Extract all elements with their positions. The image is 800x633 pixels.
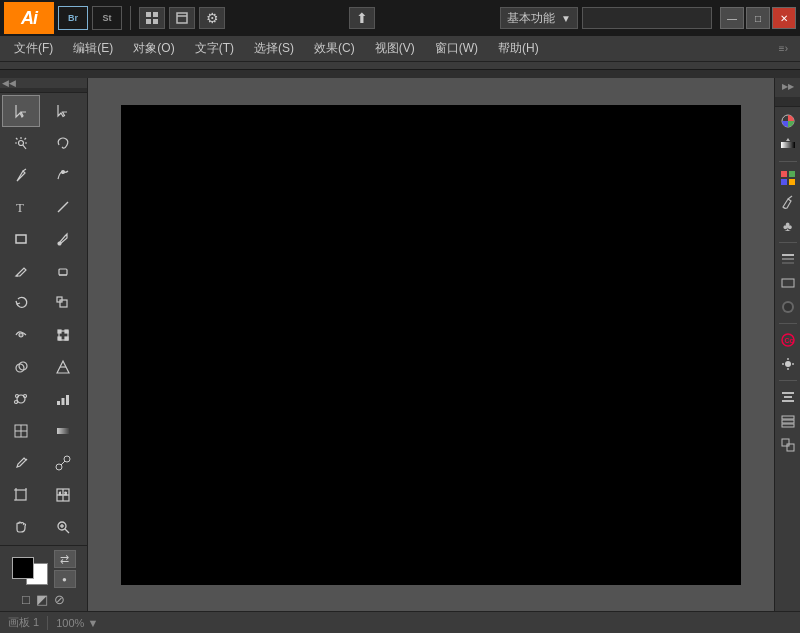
svg-point-36 <box>24 395 27 398</box>
symbols-panel-btn[interactable]: ♣ <box>778 216 798 236</box>
default-colors-btn[interactable]: ● <box>54 570 76 588</box>
menu-file[interactable]: 文件(F) <box>4 36 63 62</box>
eyedropper-tool-btn[interactable] <box>2 447 40 479</box>
gradient-tool-btn[interactable] <box>44 415 82 447</box>
menu-type[interactable]: 文字(T) <box>185 36 244 62</box>
right-divider-1 <box>779 161 797 162</box>
search-input[interactable] <box>582 7 712 29</box>
rotate-tool-btn[interactable] <box>2 287 40 319</box>
foreground-color-box[interactable] <box>12 557 34 579</box>
align-panel-btn[interactable] <box>778 387 798 407</box>
status-sep <box>47 616 48 630</box>
warp-tool-btn[interactable] <box>2 319 40 351</box>
menu-effect[interactable]: 效果(C) <box>304 36 365 62</box>
scale-tool-btn[interactable] <box>44 287 82 319</box>
minimize-button[interactable]: — <box>720 7 744 29</box>
maximize-button[interactable]: □ <box>746 7 770 29</box>
lasso-tool-btn[interactable] <box>44 127 82 159</box>
paintbrush-tool-btn[interactable] <box>44 223 82 255</box>
hand-tool-btn[interactable] <box>2 511 40 543</box>
close-button[interactable]: ✕ <box>772 7 796 29</box>
swap-colors-btn[interactable]: ⇄ <box>54 550 76 568</box>
bridge-icon[interactable]: Br <box>58 6 88 30</box>
perspective-tool-btn[interactable] <box>44 351 82 383</box>
application-frame-btn[interactable] <box>169 7 195 29</box>
svg-rect-85 <box>784 396 792 398</box>
artboards-panel-btn[interactable] <box>778 435 798 455</box>
menu-window[interactable]: 窗口(W) <box>425 36 488 62</box>
artboard-tool-btn[interactable] <box>2 479 40 511</box>
svg-rect-26 <box>58 330 61 333</box>
panel-options-icon[interactable]: ≡› <box>779 43 796 54</box>
pencil-tool-btn[interactable] <box>2 255 40 287</box>
svg-rect-91 <box>787 444 794 451</box>
color-boxes[interactable] <box>12 557 48 585</box>
svg-rect-88 <box>782 420 794 423</box>
blend-tool-btn[interactable] <box>44 447 82 479</box>
status-zoom[interactable]: 100% ▼ <box>56 617 98 629</box>
layers-panel-btn[interactable] <box>778 411 798 431</box>
menu-help[interactable]: 帮助(H) <box>488 36 549 62</box>
svg-point-18 <box>58 242 61 245</box>
separator <box>130 6 131 30</box>
svg-rect-49 <box>16 490 26 500</box>
menu-edit[interactable]: 编辑(E) <box>63 36 123 62</box>
transparency-panel-btn[interactable] <box>778 297 798 317</box>
none-fill-icon[interactable]: ⊘ <box>54 592 65 607</box>
mesh-tool-btn[interactable] <box>2 415 40 447</box>
arrange-windows-btn[interactable] <box>139 7 165 29</box>
symbol-tool-btn[interactable] <box>2 383 40 415</box>
brushes-panel-btn[interactable] <box>778 192 798 212</box>
workspace-arrow: ▼ <box>561 13 571 24</box>
right-divider-2 <box>779 242 797 243</box>
svg-rect-68 <box>781 179 787 185</box>
puppet-warp-btn[interactable]: ⚙ <box>199 7 225 29</box>
svg-line-9 <box>16 138 18 140</box>
gradient-panel-btn[interactable] <box>778 135 798 155</box>
curvature-tool-btn[interactable] <box>44 159 82 191</box>
color-panel-btn[interactable] <box>778 111 798 131</box>
right-divider-4 <box>779 380 797 381</box>
canvas-area[interactable] <box>88 78 774 611</box>
menu-select[interactable]: 选择(S) <box>244 36 304 62</box>
pen-tool-btn[interactable] <box>2 159 40 191</box>
menu-object[interactable]: 对象(O) <box>123 36 184 62</box>
rectangle-tool-btn[interactable] <box>2 223 40 255</box>
appearance-panel-btn[interactable] <box>778 273 798 293</box>
menu-bar: 文件(F) 编辑(E) 对象(O) 文字(T) 选择(S) 效果(C) 视图(V… <box>0 36 800 62</box>
right-panel-collapse[interactable]: ▶▶ <box>782 82 794 91</box>
select-tool-btn[interactable] <box>2 95 40 127</box>
svg-line-12 <box>23 145 26 149</box>
svg-rect-1 <box>153 12 158 17</box>
svg-rect-40 <box>66 395 69 405</box>
swatches-panel-btn[interactable] <box>778 168 798 188</box>
svg-rect-20 <box>59 269 67 275</box>
stock-icon[interactable]: St <box>92 6 122 30</box>
panel-collapse-btn[interactable]: ◀◀ <box>0 78 87 88</box>
canvas-document <box>121 105 741 585</box>
eraser-tool-btn[interactable] <box>44 255 82 287</box>
stroke-panel-btn[interactable] <box>778 249 798 269</box>
type-tool-btn[interactable]: T <box>2 191 40 223</box>
direct-select-tool-btn[interactable] <box>44 95 82 127</box>
magic-wand-tool-btn[interactable] <box>2 127 40 159</box>
svg-rect-2 <box>146 19 151 24</box>
line-tool-btn[interactable] <box>44 191 82 223</box>
workspace-selector[interactable]: 基本功能 ▼ <box>500 7 578 29</box>
shape-builder-tool-btn[interactable] <box>2 351 40 383</box>
graph-tool-btn[interactable] <box>44 383 82 415</box>
svg-rect-86 <box>782 400 794 402</box>
tools-more-btn[interactable]: ⬆ <box>349 7 375 29</box>
effects-panel-btn[interactable] <box>778 354 798 374</box>
slice-tool-btn[interactable]: 12 <box>44 479 82 511</box>
tools-bottom: ⇄ ● □ ◩ ⊘ <box>0 545 87 611</box>
fill-icon[interactable]: □ <box>22 592 30 607</box>
svg-point-14 <box>61 171 64 174</box>
free-transform-btn[interactable] <box>44 319 82 351</box>
menu-view[interactable]: 视图(V) <box>365 36 425 62</box>
zoom-tool-btn[interactable] <box>44 511 82 543</box>
cc-libraries-btn[interactable]: Cc <box>778 330 798 350</box>
svg-rect-74 <box>782 279 794 287</box>
gradient-fill-icon[interactable]: ◩ <box>36 592 48 607</box>
status-bar: 画板 1 100% ▼ <box>0 611 800 633</box>
